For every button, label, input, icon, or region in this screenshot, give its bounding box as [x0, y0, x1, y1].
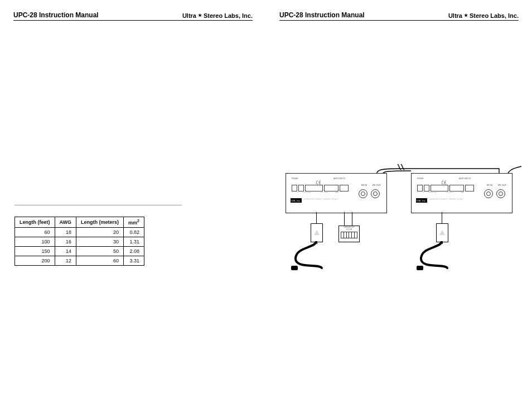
cell: 50: [76, 246, 124, 256]
unit-bottom-text: POWER SUPPLY 24VDC 1ACONTROLRS-232: [304, 198, 381, 200]
table-row: 60 18 20 0.82: [15, 227, 144, 237]
header-company: Ultra ★ Stereo Labs, Inc.: [448, 12, 519, 19]
terminal-block: V-R/V-B4 OUT V-1 V-8: [338, 226, 360, 242]
svg-rect-5: [417, 269, 418, 270]
power-wire: [442, 212, 442, 223]
rf-out-jack-icon: [371, 189, 380, 198]
page-left: UPC-28 Instruction Manual Ultra ★ Stereo…: [0, 0, 266, 412]
rf-out-jack-icon: [496, 189, 505, 198]
svg-rect-0: [291, 266, 298, 270]
power-cord-icon: [417, 241, 456, 272]
cell: 16: [55, 237, 76, 246]
star-icon: ★: [198, 13, 202, 18]
col-length-meters: Length (meters): [76, 217, 124, 227]
power-wire: [316, 212, 317, 223]
table-caption: [14, 205, 182, 213]
header-right-page: UPC-28 Instruction Manual Ultra ★ Stereo…: [279, 11, 519, 21]
cell: 100: [15, 237, 55, 246]
cell: 20: [76, 227, 124, 237]
rf-jacks: [359, 189, 380, 198]
star-icon: ★: [464, 13, 468, 18]
rf-labels: RF IN RF OUT: [487, 184, 506, 186]
header-title: UPC-28 Instruction Manual: [279, 11, 365, 19]
table-row: 200 12 60 3.31: [15, 256, 144, 265]
unit-top-labels: POWERAUDIO INPUTS: [417, 178, 506, 180]
upc-unit-left: POWERAUDIO INPUTS 12 L C R SL SR CH A CH…: [286, 173, 387, 213]
cable-break-icon: [396, 163, 405, 171]
header-title: UPC-28 Instruction Manual: [13, 11, 99, 19]
rf-jacks: [484, 189, 505, 198]
upc-unit-right: POWERAUDIO INPUTS 12 L C R SL SR CH A CH…: [411, 173, 512, 213]
cell: 30: [76, 237, 124, 246]
cell: 12: [55, 256, 76, 265]
table-row: 150 14 50 2.08: [15, 246, 144, 256]
cell: 1.31: [124, 237, 144, 246]
col-awg: AWG: [55, 217, 76, 227]
header-company: Ultra ★ Stereo Labs, Inc.: [182, 12, 253, 19]
usl-badge: USL Inc.: [291, 198, 302, 203]
cell: 2.08: [124, 246, 144, 256]
rf-in-label: RF IN: [361, 184, 367, 186]
wiring-diagram: POWERAUDIO INPUTS 12 L C R SL SR CH A CH…: [277, 167, 521, 285]
unit-top-labels: POWERAUDIO INPUTS: [292, 178, 381, 180]
svg-rect-3: [417, 266, 423, 270]
rf-in-label: RF IN: [487, 184, 492, 186]
table-header-row: Length (feet) AWG Length (meters) mm2: [15, 217, 144, 227]
terminal-label-sub: V-1 V-8: [339, 228, 359, 231]
wire-gauge-table: Length (feet) AWG Length (meters) mm2 60…: [14, 217, 144, 266]
rf-out-label: RF OUT: [373, 184, 381, 186]
signal-wire: [352, 212, 352, 226]
company-ultra: Ultra: [448, 12, 462, 19]
svg-rect-4: [417, 267, 418, 268]
svg-rect-1: [291, 267, 292, 268]
page-right: UPC-28 Instruction Manual Ultra ★ Stereo…: [266, 0, 532, 412]
usl-badge: USL Inc.: [416, 198, 427, 203]
cell: 3.31: [124, 256, 144, 265]
rf-labels: RF IN RF OUT: [361, 184, 381, 186]
rf-in-jack-icon: [359, 189, 367, 198]
company-stereo-labs: Stereo Labs, Inc.: [470, 12, 519, 19]
company-stereo-labs: Stereo Labs, Inc.: [204, 12, 253, 19]
cell: 14: [55, 246, 76, 256]
power-cord-icon: [291, 241, 330, 272]
col-mm2: mm2: [124, 217, 144, 227]
signal-wire: [344, 212, 345, 226]
unit-bottom-text: POWER SUPPLY 24VDC 1ACONTROLRS-232: [429, 198, 506, 200]
cell: 60: [76, 256, 124, 265]
power-brick: [311, 223, 323, 242]
terminal-row: [341, 232, 357, 238]
header-left-page: UPC-28 Instruction Manual Ultra ★ Stereo…: [13, 11, 253, 21]
power-brick: [436, 223, 448, 242]
col-length-feet: Length (feet): [15, 217, 55, 227]
table-row: 100 16 30 1.31: [15, 237, 144, 246]
cell: 18: [55, 227, 76, 237]
company-ultra: Ultra: [182, 12, 196, 19]
cell: 150: [15, 246, 55, 256]
cell: 60: [15, 227, 55, 237]
cell: 0.82: [124, 227, 144, 237]
cell: 200: [15, 256, 55, 265]
rf-out-label: RF OUT: [498, 184, 506, 186]
rf-in-jack-icon: [484, 189, 493, 198]
svg-rect-2: [291, 269, 292, 270]
